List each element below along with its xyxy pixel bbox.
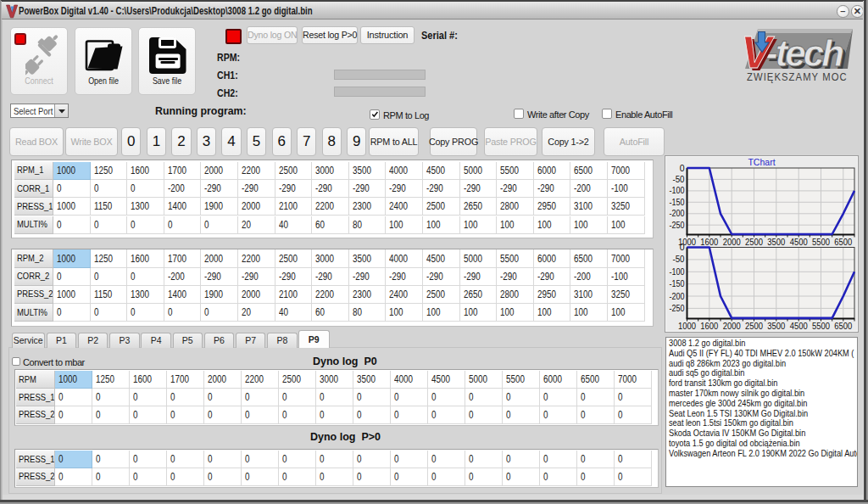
svg-text:4500: 4500 bbox=[790, 321, 808, 331]
svg-text:-200: -200 bbox=[670, 291, 685, 301]
svg-text:3500: 3500 bbox=[767, 321, 785, 331]
svg-text:2000: 2000 bbox=[723, 321, 741, 331]
svg-text:1000: 1000 bbox=[678, 321, 696, 331]
svg-text:5500: 5500 bbox=[812, 321, 830, 331]
svg-text:-250: -250 bbox=[670, 220, 685, 230]
svg-text:-150: -150 bbox=[670, 278, 685, 288]
svg-text:-100: -100 bbox=[670, 185, 685, 195]
svg-text:0: 0 bbox=[680, 163, 685, 173]
svg-text:2500: 2500 bbox=[745, 321, 763, 331]
svg-text:-100: -100 bbox=[670, 266, 685, 277]
svg-text:0: 0 bbox=[680, 243, 685, 252]
svg-text:-150: -150 bbox=[670, 197, 685, 207]
svg-text:-250: -250 bbox=[670, 303, 685, 313]
svg-text:-tech: -tech bbox=[765, 32, 843, 74]
svg-text:-50: -50 bbox=[673, 254, 685, 264]
svg-text:-50: -50 bbox=[673, 174, 685, 184]
svg-text:6500: 6500 bbox=[834, 321, 852, 331]
svg-text:1600: 1600 bbox=[700, 321, 718, 331]
svg-text:-200: -200 bbox=[670, 208, 685, 218]
